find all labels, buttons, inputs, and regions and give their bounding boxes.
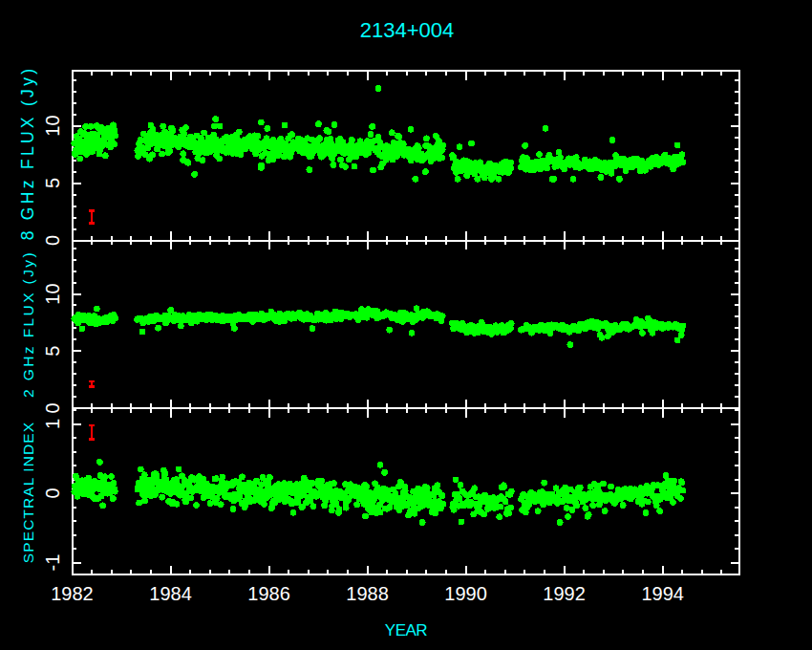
data-point xyxy=(408,126,415,133)
data-point xyxy=(508,488,515,495)
y-tick-label: 5 xyxy=(42,178,63,188)
data-point xyxy=(176,466,182,473)
data-point xyxy=(557,519,564,526)
data-point xyxy=(656,508,663,514)
data-point xyxy=(419,519,426,526)
data-point xyxy=(181,131,187,138)
y-tick-label: 1 xyxy=(42,419,63,429)
data-point xyxy=(213,475,220,482)
data-point xyxy=(362,513,369,520)
data-point xyxy=(94,306,100,313)
data-point xyxy=(174,501,181,508)
data-point xyxy=(111,141,118,148)
data-point xyxy=(502,499,509,506)
data-point xyxy=(79,326,86,333)
data-point xyxy=(536,151,543,158)
data-point xyxy=(159,151,165,158)
data-point xyxy=(620,502,627,509)
data-point xyxy=(108,473,115,480)
data-point xyxy=(154,472,160,479)
data-point xyxy=(573,503,580,509)
data-point xyxy=(670,499,676,506)
page: {"title":"2134+004","colors":{"backgroun… xyxy=(0,0,812,650)
data-point xyxy=(505,509,512,516)
x-tick-label: 1992 xyxy=(543,583,586,604)
data-point xyxy=(237,151,244,158)
data-point xyxy=(96,459,103,466)
data-point xyxy=(416,145,422,152)
data-point xyxy=(288,131,295,138)
data-point xyxy=(236,129,243,136)
data-point xyxy=(570,176,577,183)
data-point xyxy=(496,513,502,520)
data-point xyxy=(166,148,173,155)
data-point xyxy=(310,325,316,332)
y-tick-label: 5 xyxy=(42,346,63,357)
data-point xyxy=(535,508,542,514)
data-point xyxy=(605,333,611,339)
x-axis-label-year: YEAR xyxy=(385,621,428,639)
data-point xyxy=(306,166,312,173)
data-point xyxy=(377,462,384,468)
data-point xyxy=(368,131,374,138)
data-point xyxy=(498,504,504,510)
data-point xyxy=(138,466,144,473)
data-point xyxy=(680,488,687,494)
x-tick-label: 1988 xyxy=(346,583,389,604)
data-point xyxy=(616,176,623,183)
data-point xyxy=(522,142,528,149)
data-point xyxy=(101,473,108,480)
data-point xyxy=(218,501,224,508)
data-point xyxy=(565,513,571,520)
data-point xyxy=(193,502,200,509)
data-point xyxy=(453,477,459,484)
y-axis-label-spectral-index: SPECTRAL INDEX xyxy=(20,422,36,563)
data-point xyxy=(331,480,337,487)
data-point xyxy=(677,495,684,502)
data-point xyxy=(112,488,118,495)
data-point xyxy=(680,159,687,165)
data-point xyxy=(337,157,344,163)
chart-title: 2134+004 xyxy=(360,18,455,42)
data-point xyxy=(582,505,588,511)
x-tick-label: 1984 xyxy=(149,583,192,604)
data-point xyxy=(88,123,95,130)
data-point xyxy=(643,509,650,516)
data-point xyxy=(99,502,106,509)
data-point xyxy=(216,156,223,162)
data-point xyxy=(161,470,168,477)
data-point xyxy=(435,482,441,488)
data-point xyxy=(155,325,161,332)
data-point xyxy=(139,329,146,336)
data-point xyxy=(191,171,198,178)
data-point xyxy=(333,500,340,507)
data-point xyxy=(160,123,166,130)
data-point xyxy=(598,174,605,181)
data-point xyxy=(586,511,592,518)
data-point xyxy=(150,126,157,133)
data-point xyxy=(170,127,177,134)
data-point xyxy=(671,478,677,485)
x-tick-label: 1982 xyxy=(51,583,94,604)
data-point xyxy=(507,165,514,172)
data-point xyxy=(180,150,186,157)
data-point xyxy=(439,142,446,149)
data-point xyxy=(349,137,355,143)
data-point xyxy=(136,500,142,507)
data-point xyxy=(423,135,430,141)
x-tick-label: 1994 xyxy=(641,583,684,604)
data-point xyxy=(230,506,237,512)
data-point xyxy=(674,142,681,149)
data-point xyxy=(680,323,687,330)
data-point xyxy=(422,168,429,175)
x-tick-label: 1990 xyxy=(444,583,487,604)
data-point xyxy=(458,482,464,488)
data-point xyxy=(409,330,416,336)
data-point xyxy=(457,143,463,150)
data-point xyxy=(432,510,438,517)
data-point xyxy=(455,176,461,183)
data-point xyxy=(212,116,219,122)
data-point xyxy=(239,473,246,480)
data-point xyxy=(231,325,238,332)
data-points xyxy=(71,85,686,526)
